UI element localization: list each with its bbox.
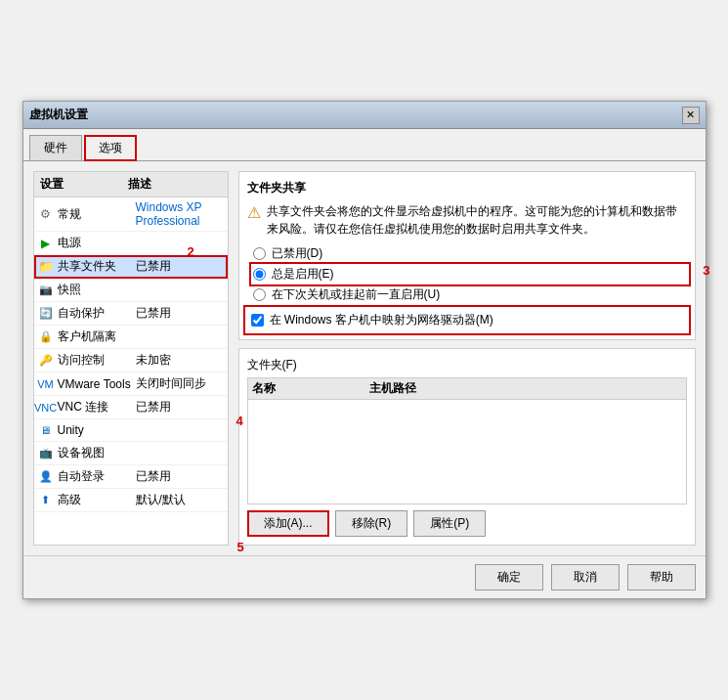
radio-group: 3 已禁用(D) 总是启用(E) 在下次关机或挂起前一直启用(U) [253, 245, 687, 303]
footer: 确定 取消 帮助 [23, 555, 706, 598]
close-button[interactable]: ✕ [682, 107, 700, 124]
list-item-power[interactable]: ▶ 电源 [34, 232, 228, 255]
files-title: 文件夹(F) [247, 357, 687, 373]
warning-box: ⚠ 共享文件夹会将您的文件显示给虚拟机中的程序。这可能为您的计算机和数据带来风险… [247, 202, 687, 238]
left-panel: 设置 描述 ⚙ 常规 Windows XP Professional ▶ 电源 … [33, 171, 229, 546]
files-table: 名称 主机路径 [247, 377, 687, 504]
list-item-access-control[interactable]: 🔑 访问控制 未加密 [34, 349, 228, 372]
cancel-button[interactable]: 取消 [551, 564, 620, 591]
annotation-4: 4 [236, 414, 243, 428]
radio-disabled[interactable]: 已禁用(D) [253, 245, 687, 262]
unity-icon: 🖥 [38, 422, 54, 438]
general-name: 常规 [58, 206, 136, 223]
list-item-autologin[interactable]: 👤 自动登录 已禁用 [34, 465, 228, 489]
right-panel: 文件夹共享 ⚠ 共享文件夹会将您的文件显示给虚拟机中的程序。这可能为您的计算机和… [238, 171, 696, 546]
power-name: 电源 [58, 235, 136, 251]
advanced-icon: ⬆ [38, 493, 54, 508]
snapshots-name: 快照 [58, 282, 136, 298]
radio-always-on-label: 总是启用(E) [272, 266, 334, 283]
file-sharing-section: 文件夹共享 ⚠ 共享文件夹会将您的文件显示给虚拟机中的程序。这可能为您的计算机和… [238, 171, 696, 340]
advanced-name: 高级 [58, 492, 136, 508]
add-button[interactable]: 添加(A)... [247, 510, 329, 537]
dialog: 虚拟机设置 ✕ 硬件 选项 1 设置 描述 ⚙ 常规 Windows XP Pr… [22, 101, 707, 599]
left-header: 设置 描述 [34, 172, 228, 197]
list-item-autoprotect[interactable]: 🔄 自动保护 已禁用 [34, 302, 228, 326]
list-item-advanced[interactable]: ⬆ 高级 默认/默认 [34, 489, 228, 512]
list-item-unity[interactable]: 🖥 Unity [34, 419, 228, 442]
list-item-shared-folders[interactable]: 📁 共享文件夹 已禁用 [34, 255, 228, 279]
vnc-icon: VNC [38, 400, 54, 416]
annotation-5: 5 [237, 540, 244, 554]
annotation-3: 3 [703, 263, 709, 278]
help-button[interactable]: 帮助 [627, 564, 696, 591]
autologin-name: 自动登录 [58, 468, 136, 485]
vmware-tools-desc: 关闭时间同步 [136, 375, 224, 392]
vnc-desc: 已禁用 [136, 399, 224, 416]
files-section: 4 文件夹(F) 名称 主机路径 5 添加(A)... 移除(R) 属性(P) [238, 348, 696, 546]
list-item-vmware-tools[interactable]: VM VMware Tools 关闭时间同步 [34, 372, 228, 396]
shared-folders-name: 共享文件夹 [58, 258, 136, 275]
tab-hardware[interactable]: 硬件 [29, 135, 82, 160]
warning-icon: ⚠ [247, 203, 261, 238]
guest-isolation-name: 客户机隔离 [58, 328, 136, 345]
radio-until-shutdown[interactable]: 在下次关机或挂起前一直启用(U) [253, 286, 687, 303]
remove-button[interactable]: 移除(R) [335, 510, 408, 537]
col-host-path: 主机路径 [369, 380, 682, 397]
device-view-icon: 📺 [38, 446, 54, 461]
tab-options[interactable]: 选项 [84, 135, 137, 161]
col-filename: 名称 [252, 380, 369, 397]
warning-text: 共享文件夹会将您的文件显示给虚拟机中的程序。这可能为您的计算机和数据带来风险。请… [267, 202, 687, 238]
files-buttons: 5 添加(A)... 移除(R) 属性(P) [247, 510, 687, 537]
device-view-name: 设备视图 [58, 445, 136, 461]
col-desc: 描述 [122, 172, 157, 197]
access-control-name: 访问控制 [58, 352, 136, 369]
snapshots-icon: 📷 [38, 283, 54, 298]
radio-always-on-input[interactable] [253, 268, 266, 281]
access-control-desc: 未加密 [136, 352, 224, 369]
list-item-guest-isolation[interactable]: 🔒 客户机隔离 [34, 326, 228, 349]
shared-folders-desc: 已禁用 [136, 258, 224, 275]
guest-isolation-icon: 🔒 [38, 329, 54, 345]
power-icon: ▶ [38, 236, 54, 251]
autologin-desc: 已禁用 [136, 468, 224, 485]
radio-disabled-input[interactable] [253, 247, 266, 260]
shared-folders-icon: 📁 [38, 259, 54, 275]
properties-button[interactable]: 属性(P) [413, 510, 486, 537]
section-title: 文件夹共享 [247, 180, 687, 197]
list-item-general[interactable]: ⚙ 常规 Windows XP Professional [34, 197, 228, 232]
vnc-name: VNC 连接 [58, 399, 136, 416]
radio-always-on[interactable]: 总是启用(E) [253, 266, 687, 283]
list-item-device-view[interactable]: 📺 设备视图 [34, 442, 228, 465]
advanced-desc: 默认/默认 [136, 492, 224, 508]
tab-bar: 硬件 选项 1 [23, 129, 706, 160]
radio-until-shutdown-input[interactable] [253, 288, 266, 301]
vmware-tools-icon: VM [38, 376, 54, 392]
dialog-title: 虚拟机设置 [29, 107, 88, 123]
radio-until-shutdown-label: 在下次关机或挂起前一直启用(U) [272, 286, 441, 303]
autoprotect-desc: 已禁用 [136, 305, 224, 322]
unity-name: Unity [58, 423, 136, 437]
annotation-2: 2 [188, 244, 194, 259]
map-network-drive-checkbox[interactable]: 在 Windows 客户机中映射为网络驱动器(M) [247, 309, 687, 331]
ok-button[interactable]: 确定 [475, 564, 543, 591]
list-item-vnc[interactable]: VNC VNC 连接 已禁用 [34, 396, 228, 419]
vmware-tools-name: VMware Tools [58, 377, 136, 391]
files-table-header: 名称 主机路径 [248, 378, 686, 400]
map-network-drive-input[interactable] [251, 314, 264, 327]
autoprotect-icon: 🔄 [38, 306, 54, 322]
files-table-body [248, 400, 686, 503]
access-control-icon: 🔑 [38, 353, 54, 369]
col-settings: 设置 [34, 172, 122, 197]
title-bar: 虚拟机设置 ✕ [23, 102, 706, 129]
autologin-icon: 👤 [38, 469, 54, 485]
general-icon: ⚙ [38, 206, 54, 222]
list-item-snapshots[interactable]: 📷 快照 [34, 279, 228, 302]
map-network-drive-label: 在 Windows 客户机中映射为网络驱动器(M) [270, 312, 493, 328]
content-area: 设置 描述 ⚙ 常规 Windows XP Professional ▶ 电源 … [23, 160, 706, 555]
general-desc: Windows XP Professional [136, 200, 224, 228]
autoprotect-name: 自动保护 [58, 305, 136, 322]
radio-disabled-label: 已禁用(D) [272, 245, 323, 262]
